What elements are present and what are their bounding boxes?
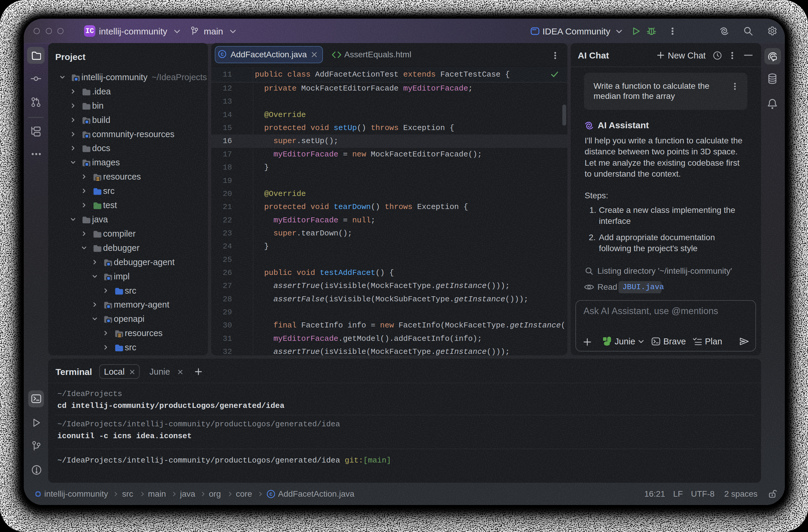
svg-text:C: C: [221, 52, 224, 57]
svg-text:C: C: [270, 492, 272, 497]
